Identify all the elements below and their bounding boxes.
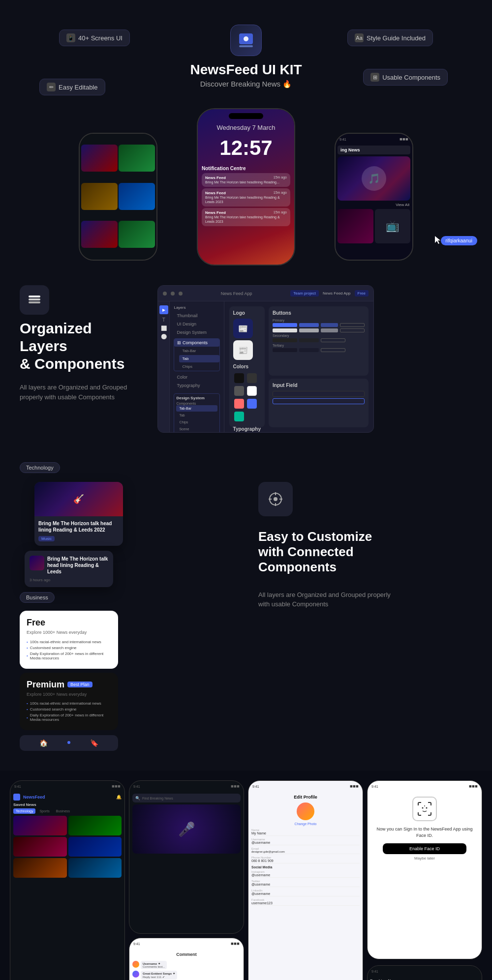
phone-col-3: 9:41 ◼◼◼ Edit Profile Change Photo Name …: [248, 780, 363, 980]
feature-3: Daily Exploration of 200+ news in differ…: [27, 652, 111, 660]
customize-section: Technology 🎸 Bring Me The Horizon talk h…: [0, 452, 492, 771]
cat-sports[interactable]: Sports: [37, 808, 52, 814]
prem-feature-2: Customised search engine: [27, 707, 111, 712]
sidebar-color: Color: [174, 373, 219, 381]
phone-time: 12:57: [198, 136, 294, 160]
customize-heading: Easy to Customize with Connected Compone…: [258, 529, 472, 575]
feature-1: 100s racial-ethnic and international new…: [27, 640, 111, 644]
business-tag: Business: [20, 592, 55, 603]
comment-item-1: Username ✦Comments text...: [132, 961, 241, 969]
customize-desc: All layers are Organized and Grouped pro…: [258, 590, 396, 609]
edit-icon: ✏: [47, 83, 56, 91]
notif-1-title: News Feed: [205, 176, 226, 180]
notification-3: News Feed 15m ago Bring Me The Horizon t…: [202, 208, 290, 226]
face-id-btn[interactable]: Enable Face ID: [383, 843, 466, 854]
phone-edit-profile: 9:41 ◼◼◼ Edit Profile Change Photo Name …: [248, 780, 363, 980]
badge-style: Aa Style Guide Included: [347, 30, 433, 46]
customize-left: Technology 🎸 Bring Me The Horizon talk h…: [20, 462, 234, 751]
username-field: Username @username: [251, 838, 360, 845]
screens-section-1: 9:41 ◼◼◼ NewsFeed 🔔 Saved News Technolog…: [0, 771, 492, 980]
notification-center: Notification Centre News Feed 15m ago Br…: [202, 166, 290, 228]
bookmark-nav-icon[interactable]: 🔖: [90, 739, 98, 747]
badge-easy: ✏ Easy Editable: [39, 79, 105, 95]
center-phone: Wednesday 7 March 12:57 Notification Cen…: [197, 108, 295, 266]
left-phone: [79, 133, 157, 261]
change-photo-btn[interactable]: Change Photo: [251, 822, 360, 826]
search-bar[interactable]: 🔍 Find Breaking News: [132, 794, 241, 802]
view-all-label: View All: [336, 203, 412, 207]
hero-title: NewsFeed UI KIT: [190, 62, 302, 78]
sidebar-designsystem: Design System: [174, 328, 219, 336]
svg-point-2: [244, 36, 248, 41]
notif-2-body: Bring Me The Horizon take headlining Rea…: [205, 195, 287, 204]
comment-item-2: Great Evident Songs ✦Reply text 111 ✔: [132, 971, 241, 980]
cat-tech[interactable]: Technology: [13, 808, 35, 814]
sidebar-ds-chips: Chips: [176, 419, 217, 425]
notif-2-title: News Feed: [205, 191, 226, 195]
profile-avatar: [297, 802, 314, 820]
facebook-field: Facebook username123: [251, 898, 360, 906]
component-icon: ⊞: [370, 73, 379, 82]
phone-date: Wednesday 7 March: [198, 124, 294, 131]
phone-col-4: 9:41 ◼◼◼: [367, 780, 482, 980]
twitter-field: Twitter @username: [251, 880, 360, 887]
panel-buttons: Buttons Primary: [269, 306, 369, 376]
instagram-field: Instagram @username: [251, 870, 360, 878]
svg-point-13: [426, 807, 428, 809]
name-field: Name My Name: [251, 829, 360, 836]
free-plan-card: Free Explore 1000+ News everyday 100s ra…: [20, 611, 118, 669]
layers-label: Layers: [174, 305, 219, 310]
organize-heading: Organized Layers & Components: [20, 320, 143, 373]
style-icon: Aa: [355, 33, 364, 42]
svg-rect-3: [29, 301, 40, 303]
phone-field: Phone Number 080 8 801 909: [251, 856, 360, 863]
music-tag: Music: [38, 536, 55, 541]
notif-1-time: 15m ago: [274, 176, 287, 180]
sidebar-tab[interactable]: Tab: [179, 355, 219, 362]
panel-input: Input Field: [269, 379, 369, 427]
svg-point-7: [274, 497, 277, 501]
svg-rect-1: [239, 45, 253, 47]
svg-point-12: [422, 807, 424, 809]
app-icon: [230, 25, 262, 56]
cursor-bubble: rifqiarkaanui: [441, 236, 477, 245]
sidebar-ds-tab: Tab: [176, 412, 217, 418]
notif-2-time: 15m ago: [274, 191, 287, 195]
figma-title: News Feed App: [186, 291, 286, 296]
phone-news-extra: 9:41 Breaking News Bring Me The Horizon …: [367, 965, 482, 980]
article-card-2: Bring Me The Horizon talk head lining Re…: [25, 551, 113, 587]
phone-col-1: 9:41 ◼◼◼ NewsFeed 🔔 Saved News Technolog…: [10, 780, 125, 980]
technology-tag: Technology: [20, 462, 60, 473]
badge-usable: ⊞ Usable Components: [363, 69, 448, 86]
face-id-skip[interactable]: Maybe later: [414, 856, 435, 861]
phone-dark-concert: 9:41 ◼◼◼ 🔍 Find Breaking News 🎤: [129, 780, 244, 934]
phone-face-id: 9:41 ◼◼◼: [367, 780, 482, 959]
notif-3-body: Bring Me The Horizon take headlining Rea…: [205, 215, 287, 224]
customize-right: Easy to Customize with Connected Compone…: [248, 462, 472, 609]
cat-business[interactable]: Business: [54, 808, 72, 814]
search-icon: 🔍: [135, 796, 140, 801]
sidebar-tabbar: Tab-Bar: [179, 347, 219, 355]
sidebar-ds-comp[interactable]: Tab-Bar: [176, 405, 217, 412]
saved-news-label: Saved News: [13, 802, 122, 807]
right-phone: 9:41 ◼◼◼ ing News 🎵 View All 📺: [335, 133, 413, 261]
email-field: Email designer.gde@gmail.com: [251, 847, 360, 854]
figma-screenshot: News Feed App Team project News Feed App…: [157, 285, 374, 433]
feature-2: Customised search engine: [27, 646, 111, 650]
notif-3-time: 15m ago: [274, 210, 287, 215]
sidebar-typography: Typography: [174, 382, 219, 389]
sidebar-chips: Chips: [179, 363, 219, 370]
prem-feature-3: Daily Exploration of 200+ news in differ…: [27, 713, 111, 722]
home-nav-icon[interactable]: 🏠: [39, 739, 48, 747]
sidebar-thumbnail: Thumbnail: [174, 312, 219, 320]
face-id-icon: [412, 797, 437, 821]
svg-rect-4: [29, 298, 40, 300]
sidebar-components[interactable]: ⊞ Components: [174, 339, 219, 347]
sidebar-ds-scene: Scene: [176, 426, 217, 432]
svg-rect-5: [29, 296, 40, 297]
notif-1-body: Bring Me The Horizon take headlining Rea…: [205, 180, 287, 184]
notif-3-title: News Feed: [205, 210, 226, 215]
phone-newsfeed: 9:41 ◼◼◼ NewsFeed 🔔 Saved News Technolog…: [10, 780, 125, 980]
screens-icon: 📱: [66, 33, 75, 42]
panel-logo: Logo 📰 📰 Colors: [229, 306, 265, 427]
